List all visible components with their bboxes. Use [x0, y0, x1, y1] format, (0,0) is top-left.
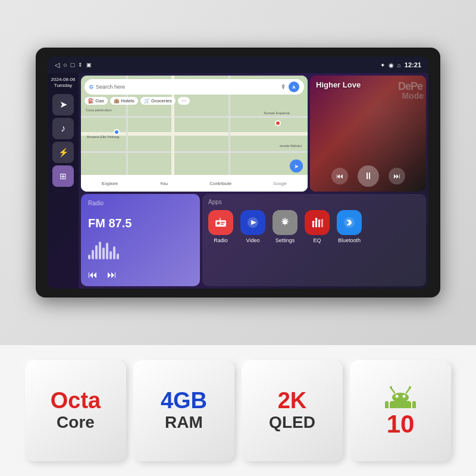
map-label: Casa particulara: [86, 108, 112, 112]
spec-octa-bottom: Core: [57, 413, 95, 432]
radio-prev-button[interactable]: ⏮: [88, 270, 98, 280]
wave-bar: [117, 253, 119, 259]
layers-sidebar-icon[interactable]: ⊞: [52, 165, 74, 187]
svg-point-1: [217, 222, 220, 225]
svg-rect-11: [321, 219, 323, 227]
svg-point-14: [318, 220, 321, 222]
map-you[interactable]: You: [159, 181, 168, 186]
wave-bar: [95, 245, 98, 259]
apps-grid: Radio Video: [208, 210, 420, 243]
radio-next-button[interactable]: ⏭: [107, 270, 117, 280]
sidebar: 2024-08-06 Tuesday ➤ ♪ ⚡ ⊞: [48, 73, 79, 289]
radio-app-icon[interactable]: [208, 210, 233, 235]
radio-frequency: FM 87.5: [88, 217, 193, 230]
sidebar-date: 2024-08-06 Tuesday: [51, 77, 76, 89]
music-next-button[interactable]: ⏭: [389, 168, 405, 184]
app-video[interactable]: Video: [240, 210, 265, 243]
android-version: 10: [387, 412, 415, 437]
spec-display-bottom: QLED: [269, 413, 315, 432]
spec-ram: 4GB RAM: [133, 360, 234, 461]
map-label: Sunset Expanse: [264, 111, 290, 115]
bluetooth-app-icon[interactable]: [337, 210, 362, 235]
spec-ram-top: 4GB: [161, 389, 207, 412]
app-settings[interactable]: Settings: [273, 210, 298, 243]
map-road: [81, 116, 308, 118]
eq-app-icon[interactable]: [305, 210, 330, 235]
screen-bezel: ◁ ○ □ ⇕ ▣ ✦ ◉ ⌂ 12:21 2024-08: [48, 57, 428, 289]
map-destination-pin: [275, 120, 281, 126]
map-explore[interactable]: Explore: [102, 181, 118, 186]
map-cat-gas[interactable]: ⛽ Gas: [84, 97, 108, 105]
wave-bar: [92, 250, 94, 259]
radio-controls: ⏮ ⏭: [88, 270, 193, 280]
music-title: Higher Love: [316, 80, 361, 89]
system-icons: ✦ ◉ ⌂ 12:21: [380, 61, 421, 68]
radio-widget[interactable]: Radio FM 87.5: [81, 194, 200, 286]
wave-bar: [88, 255, 90, 259]
nav-sidebar-icon[interactable]: ➤: [52, 94, 74, 115]
spec-android: 10: [350, 360, 451, 461]
svg-point-13: [315, 218, 318, 220]
main-content: Casa particulara Brutaria Elbi Pekseg Su…: [79, 73, 428, 289]
spec-octa-top: Octa: [51, 389, 101, 412]
recents-icon[interactable]: □: [71, 61, 75, 68]
product-area: ◁ ○ □ ⇕ ▣ ✦ ◉ ⌂ 12:21 2024-08: [0, 0, 476, 345]
specs-row: Octa Core 4GB RAM 2K QLED: [0, 345, 476, 476]
usb-icon: ⇕: [78, 62, 83, 68]
svg-line-18: [406, 388, 410, 393]
location-icon: ◉: [389, 62, 394, 68]
app-bluetooth[interactable]: Bluetooth: [337, 210, 362, 243]
android-robot-icon: [384, 384, 417, 408]
app-eq[interactable]: EQ: [305, 210, 330, 243]
spec-ram-bottom: RAM: [165, 413, 203, 432]
music-prev-button[interactable]: ⏮: [331, 168, 348, 184]
music-sidebar-icon[interactable]: ♪: [52, 118, 74, 139]
map-search-bar[interactable]: G Search here 🎙 A: [84, 79, 304, 95]
wifi-icon: ⌂: [397, 62, 401, 68]
wave-bar: [109, 251, 112, 259]
svg-rect-4: [220, 218, 221, 221]
spec-octa-core: Octa Core: [25, 360, 126, 461]
map-label: strada Malului: [280, 144, 302, 148]
map-cat-groceries[interactable]: 🛒 Groceries: [140, 97, 176, 105]
bluetooth-app-label: Bluetooth: [338, 237, 361, 243]
map-contribute[interactable]: Contribute: [209, 181, 231, 186]
spec-display-top: 2K: [278, 389, 307, 412]
bluetooth-sidebar-icon[interactable]: ⚡: [52, 142, 74, 163]
eq-app-label: EQ: [313, 237, 321, 243]
bluetooth-status-icon: ✦: [380, 62, 385, 68]
svg-point-21: [396, 395, 399, 398]
screen-content: 2024-08-06 Tuesday ➤ ♪ ⚡ ⊞: [48, 73, 428, 289]
map-nav-button[interactable]: ➤: [290, 159, 303, 173]
back-icon[interactable]: ◁: [55, 61, 60, 69]
settings-app-label: Settings: [275, 237, 295, 243]
map-cat-hotels[interactable]: 🏨 Hotels: [110, 97, 138, 105]
top-row: Casa particulara Brutaria Elbi Pekseg Su…: [81, 76, 426, 192]
map-widget[interactable]: Casa particulara Brutaria Elbi Pekseg Su…: [81, 76, 308, 192]
app-radio[interactable]: Radio: [208, 210, 233, 243]
settings-app-icon[interactable]: [273, 210, 298, 235]
status-bar: ◁ ○ □ ⇕ ▣ ✦ ◉ ⌂ 12:21: [48, 57, 428, 73]
wave-bar: [102, 248, 105, 259]
apps-label: Apps: [208, 199, 420, 205]
video-app-icon[interactable]: [240, 210, 265, 235]
svg-rect-10: [318, 222, 320, 227]
home-icon[interactable]: ○: [63, 61, 67, 68]
svg-rect-9: [315, 220, 317, 227]
music-play-button[interactable]: ⏸: [358, 165, 379, 187]
map-explore-bar: Explore You Contribute Google: [81, 175, 308, 192]
bottom-row: Radio FM 87.5: [81, 194, 426, 286]
nav-icons: ◁ ○ □ ⇕ ▣: [55, 61, 92, 69]
svg-rect-8: [312, 223, 314, 227]
car-head-unit: ◁ ○ □ ⇕ ▣ ✦ ◉ ⌂ 12:21 2024-08: [36, 48, 440, 298]
music-widget[interactable]: DePe Mode Higher Love ⏮ ⏸ ⏭: [310, 76, 426, 192]
map-label: Brutaria Elbi Pekseg: [87, 135, 119, 139]
svg-point-19: [409, 386, 411, 389]
radio-wave-visualizer: [88, 240, 193, 259]
svg-rect-25: [412, 401, 416, 408]
map-cat-more[interactable]: ⋯: [178, 97, 190, 105]
clock: 12:21: [405, 61, 421, 68]
svg-rect-2: [221, 222, 225, 223]
cast-icon: ▣: [86, 62, 92, 68]
svg-rect-20: [392, 393, 409, 402]
